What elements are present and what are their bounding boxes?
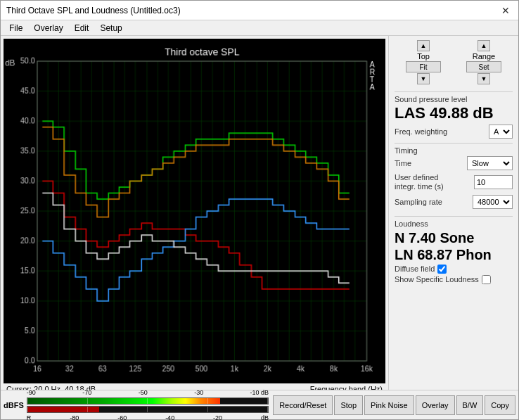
- freq-weighting-label: Freq. weighting: [395, 127, 447, 136]
- scale-bot-2: -60: [117, 414, 127, 421]
- freq-band-label: Frequency band (Hz): [310, 385, 383, 390]
- diffuse-field-row: Diffuse field: [395, 265, 513, 274]
- set-button[interactable]: Set: [466, 61, 501, 72]
- loudness-n-value: N 7.40 Sone: [395, 229, 513, 246]
- sampling-rate-label: Sampling rate: [395, 198, 442, 206]
- top-up-button[interactable]: ▲: [417, 40, 430, 51]
- meter-track-red: [27, 406, 269, 413]
- bottom-bar: dBFS -90 -70 -50 -30 -10 dB: [1, 390, 518, 419]
- scale-bot-1: -80: [70, 414, 79, 421]
- record-reset-button[interactable]: Record/Reset: [273, 395, 333, 415]
- scale-bot-5: dB: [261, 414, 269, 421]
- scale-top-4: -10 dB: [250, 389, 269, 396]
- top-label: Top: [417, 52, 430, 61]
- menu-file[interactable]: File: [4, 22, 28, 34]
- meter-scale-bot: R -80 -60 -40 -20 dB: [27, 414, 269, 421]
- nav-controls: ▲ Top Fit ▼ ▲ Range Set ▼: [395, 40, 513, 84]
- copy-button[interactable]: Copy: [485, 395, 515, 415]
- diffuse-field-label: Diffuse field: [395, 265, 435, 273]
- meter-track-green: [27, 397, 269, 405]
- spl-chart: [4, 39, 385, 383]
- menu-setup[interactable]: Setup: [94, 22, 127, 34]
- show-specific-checkbox[interactable]: [482, 275, 491, 284]
- range-control: ▲ Range Set ▼: [455, 40, 513, 84]
- scale-top-3: -30: [194, 389, 203, 396]
- loudness-section-label: Loudness: [395, 219, 513, 228]
- top-control: ▲ Top Fit ▼: [395, 40, 452, 84]
- show-specific-label: Show Specific Loudness: [395, 275, 479, 284]
- user-defined-row: User defined integr. time (s) 10: [395, 173, 513, 191]
- chart-area: Cursor: 20.0 Hz, 40.18 dB Frequency band…: [1, 36, 388, 390]
- right-panel: ▲ Top Fit ▼ ▲ Range Set ▼ Sound pressure…: [388, 36, 518, 390]
- diffuse-field-checkbox[interactable]: [437, 265, 447, 274]
- meter-area: -90 -70 -50 -30 -10 dB: [27, 389, 269, 421]
- show-specific-row: Show Specific Loudness: [395, 275, 513, 284]
- scale-top-2: -50: [139, 389, 148, 396]
- stop-button[interactable]: Stop: [334, 395, 363, 415]
- range-down-button[interactable]: ▼: [478, 73, 490, 84]
- spl-section: Sound pressure level LAS 49.88 dB Freq. …: [395, 91, 513, 139]
- fit-button[interactable]: Fit: [406, 61, 441, 72]
- timing-section: Timing Time Slow Fast Impulse User defin…: [395, 143, 513, 211]
- title-bar: Third Octave SPL and Loudness (Untitled.…: [1, 1, 518, 20]
- overlay-button[interactable]: Overlay: [416, 395, 455, 415]
- timing-section-label: Timing: [395, 146, 513, 155]
- range-label: Range: [473, 52, 495, 61]
- menu-edit[interactable]: Edit: [69, 22, 95, 34]
- menu-bar: File Overlay Edit Setup: [1, 20, 518, 36]
- spl-value: LAS 49.88 dB: [395, 105, 513, 122]
- dbfs-label: dBFS: [4, 401, 24, 409]
- user-defined-input[interactable]: 10: [474, 175, 513, 189]
- scale-bot-3: -40: [165, 414, 174, 421]
- main-content: Cursor: 20.0 Hz, 40.18 dB Frequency band…: [1, 36, 518, 390]
- freq-weighting-select[interactable]: A B C Z: [489, 125, 513, 139]
- time-row: Time Slow Fast Impulse: [395, 156, 513, 170]
- time-select[interactable]: Slow Fast Impulse: [467, 156, 513, 170]
- scale-bot-0: R: [27, 414, 32, 421]
- top-down-button[interactable]: ▼: [417, 73, 430, 84]
- window-title: Third Octave SPL and Loudness (Untitled.…: [6, 6, 181, 15]
- user-defined-label: User defined integr. time (s): [395, 173, 458, 191]
- sampling-rate-select[interactable]: 44100 48000 96000: [473, 195, 513, 209]
- meter-scale-top: -90 -70 -50 -30 -10 dB: [27, 389, 269, 396]
- scale-top-1: -70: [82, 389, 91, 396]
- time-label: Time: [395, 159, 411, 167]
- loudness-section: Loudness N 7.40 Sone LN 68.87 Phon Diffu…: [395, 216, 513, 284]
- spl-section-label: Sound pressure level: [395, 95, 513, 103]
- sampling-rate-row: Sampling rate 44100 48000 96000: [395, 195, 513, 209]
- scale-top-0: -90: [27, 389, 36, 396]
- pink-noise-button[interactable]: Pink Noise: [364, 395, 414, 415]
- main-window: Third Octave SPL and Loudness (Untitled.…: [0, 0, 519, 420]
- freq-weighting-row: Freq. weighting A B C Z: [395, 125, 513, 139]
- bottom-buttons: Record/Reset Stop Pink Noise Overlay B/W…: [273, 395, 515, 415]
- close-button[interactable]: ✕: [499, 4, 513, 18]
- bw-button[interactable]: B/W: [456, 395, 484, 415]
- scale-bot-4: -20: [213, 414, 222, 421]
- loudness-ln-value: LN 68.87 Phon: [395, 246, 513, 263]
- range-up-button[interactable]: ▲: [478, 40, 490, 51]
- menu-overlay[interactable]: Overlay: [28, 22, 68, 34]
